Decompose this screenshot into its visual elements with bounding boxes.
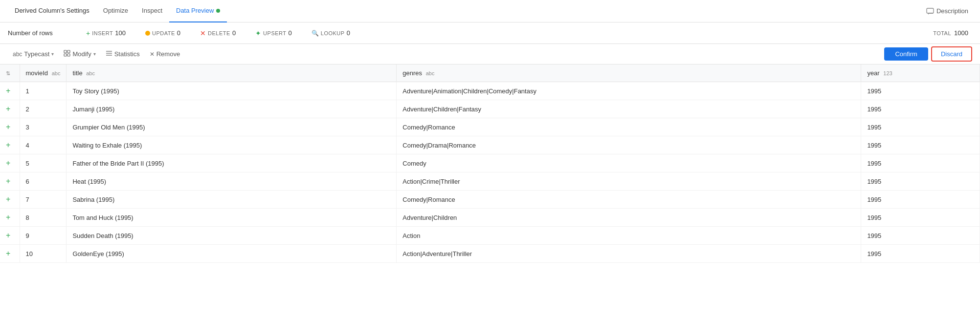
update-icon <box>145 31 150 36</box>
add-row-button[interactable]: + <box>6 123 10 131</box>
cell-movieid: 3 <box>20 118 67 136</box>
col-header-movieid[interactable]: movieId abc <box>20 64 67 82</box>
lookup-icon: 🔍 <box>312 30 319 37</box>
cell-title: Sudden Death (1995) <box>67 227 397 245</box>
table-row: +3Grumpier Old Men (1995)Comedy|Romance1… <box>0 118 980 136</box>
row-add-cell: + <box>0 245 20 263</box>
col-header-year[interactable]: year 123 <box>861 64 980 82</box>
svg-rect-1 <box>64 50 67 53</box>
stat-lookup: 🔍 LOOKUP 0 <box>302 29 360 37</box>
statistics-icon <box>106 50 112 58</box>
cell-genres: Action <box>397 227 861 245</box>
insert-icon: + <box>86 29 90 37</box>
svg-rect-3 <box>64 54 67 56</box>
col-header-genres[interactable]: genres abc <box>397 64 861 82</box>
cell-title: Father of the Bride Part II (1995) <box>67 154 397 172</box>
modify-chevron: ▾ <box>93 51 96 57</box>
svg-rect-2 <box>67 50 70 53</box>
cell-genres: Adventure|Animation|Children|Comedy|Fant… <box>397 82 861 100</box>
upsert-icon: ✦ <box>255 29 261 37</box>
insert-label: INSERT <box>92 30 113 36</box>
data-preview-dot <box>216 9 220 13</box>
svg-rect-0 <box>927 8 934 13</box>
cell-title: Jumanji (1995) <box>67 100 397 118</box>
cell-movieid: 8 <box>20 209 67 227</box>
delete-icon: ✕ <box>200 29 206 37</box>
top-nav: Derived Column's Settings Optimize Inspe… <box>0 0 980 22</box>
stat-delete: ✕ DELETE 0 <box>190 29 245 37</box>
cell-year: 1995 <box>861 245 980 263</box>
svg-rect-4 <box>67 54 70 56</box>
cell-title: Sabrina (1995) <box>67 191 397 209</box>
col-header-title[interactable]: title abc <box>67 64 397 82</box>
stat-upsert: ✦ UPSERT 0 <box>245 29 302 37</box>
add-row-button[interactable]: + <box>6 105 10 113</box>
add-row-button[interactable]: + <box>6 177 10 185</box>
cell-year: 1995 <box>861 172 980 191</box>
cell-genres: Adventure|Children <box>397 209 861 227</box>
cell-year: 1995 <box>861 154 980 172</box>
cell-movieid: 6 <box>20 172 67 191</box>
delete-value: 0 <box>232 29 236 37</box>
row-add-cell: + <box>0 100 20 118</box>
row-count-label: Number of rows <box>8 29 76 37</box>
row-add-cell: + <box>0 136 20 154</box>
cell-year: 1995 <box>861 118 980 136</box>
nav-data-preview[interactable]: Data Preview <box>169 0 227 22</box>
year-type: 123 <box>883 70 892 76</box>
cell-title: Grumpier Old Men (1995) <box>67 118 397 136</box>
cell-movieid: 4 <box>20 136 67 154</box>
cell-year: 1995 <box>861 100 980 118</box>
add-row-button[interactable]: + <box>6 232 10 239</box>
discard-button[interactable]: Discard <box>931 46 972 62</box>
add-row-button[interactable]: + <box>6 159 10 167</box>
row-add-cell: + <box>0 227 20 245</box>
cell-year: 1995 <box>861 82 980 100</box>
description-button[interactable]: Description <box>922 5 972 17</box>
upsert-label: UPSERT <box>263 30 286 36</box>
stat-update: UPDATE 0 <box>135 29 190 37</box>
table-row: +8Tom and Huck (1995)Adventure|Children1… <box>0 209 980 227</box>
row-add-cell: + <box>0 154 20 172</box>
col-header-action[interactable]: ⇅ <box>0 64 20 82</box>
cell-title: Toy Story (1995) <box>67 82 397 100</box>
cell-movieid: 9 <box>20 227 67 245</box>
cell-title: Heat (1995) <box>67 172 397 191</box>
statistics-button[interactable]: Statistics <box>101 48 145 60</box>
remove-label: Remove <box>156 50 180 58</box>
update-label: UPDATE <box>152 30 175 36</box>
statistics-label: Statistics <box>114 50 140 58</box>
row-add-cell: + <box>0 191 20 209</box>
row-add-cell: + <box>0 118 20 136</box>
add-row-button[interactable]: + <box>6 214 10 221</box>
remove-icon: ✕ <box>150 51 155 58</box>
cell-year: 1995 <box>861 227 980 245</box>
delete-label: DELETE <box>208 30 230 36</box>
cell-movieid: 5 <box>20 154 67 172</box>
cell-movieid: 7 <box>20 191 67 209</box>
typecast-icon: abc <box>13 51 22 58</box>
total-value: 1000 <box>954 29 968 37</box>
nav-settings[interactable]: Derived Column's Settings <box>8 0 96 22</box>
toolbar: abc Typecast ▾ Modify ▾ Statistics ✕ Rem <box>0 44 980 64</box>
add-row-button[interactable]: + <box>6 87 10 95</box>
add-row-button[interactable]: + <box>6 141 10 149</box>
modify-button[interactable]: Modify ▾ <box>59 48 100 60</box>
confirm-button[interactable]: Confirm <box>884 47 928 61</box>
cell-genres: Comedy|Romance <box>397 118 861 136</box>
add-row-button[interactable]: + <box>6 250 10 257</box>
row-add-cell: + <box>0 172 20 191</box>
modify-label: Modify <box>72 50 91 58</box>
nav-inspect[interactable]: Inspect <box>135 0 169 22</box>
sort-icon[interactable]: ⇅ <box>6 70 10 76</box>
typecast-button[interactable]: abc Typecast ▾ <box>8 48 59 60</box>
table-wrapper: ⇅ movieId abc title abc genres abc year … <box>0 64 980 263</box>
nav-optimize[interactable]: Optimize <box>96 0 135 22</box>
remove-button[interactable]: ✕ Remove <box>145 48 185 60</box>
add-row-button[interactable]: + <box>6 195 10 203</box>
cell-genres: Comedy|Romance <box>397 191 861 209</box>
cell-genres: Action|Adventure|Thriller <box>397 245 861 263</box>
typecast-chevron: ▾ <box>51 51 54 57</box>
modify-icon <box>64 50 70 58</box>
upsert-value: 0 <box>289 29 292 37</box>
